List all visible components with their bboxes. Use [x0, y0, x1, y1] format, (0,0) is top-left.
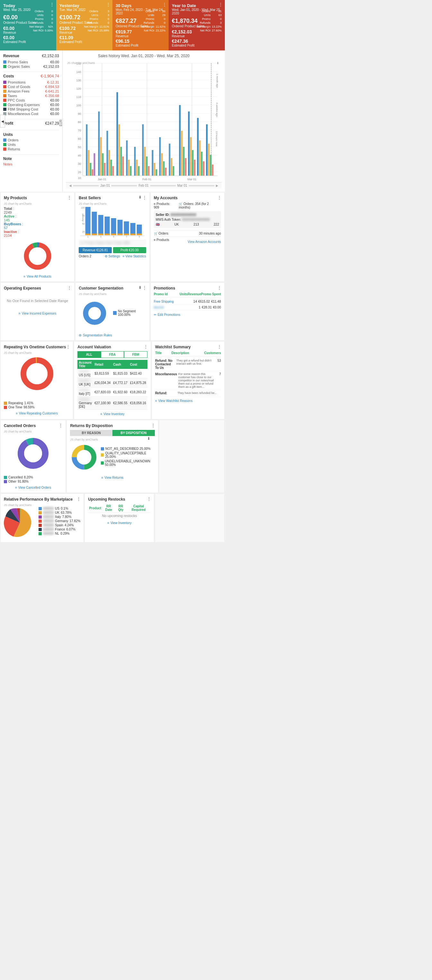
rp-spain-label: Spain — [55, 523, 63, 527]
returns-tab-disposition[interactable]: BY DISPOSITION — [113, 430, 155, 436]
svg-text:Jan 01: Jan 01 — [98, 178, 106, 181]
bs-product-name: 1): Product Name Here Origin AMZ — [79, 240, 146, 246]
today-dots[interactable]: ⋮ — [50, 2, 54, 7]
revenue-value: €2,152.03 — [42, 54, 59, 59]
svg-text:100: 100 — [81, 207, 85, 209]
cancelled-dots[interactable]: ⋮ — [59, 423, 63, 428]
svg-rect-40 — [102, 153, 104, 176]
av-title: Account Valuation — [78, 345, 148, 349]
op-exp-dots[interactable]: ⋮ — [67, 285, 71, 291]
left-arrow[interactable]: ◀ — [0, 115, 5, 127]
watchlist-dots[interactable]: ⋮ — [217, 344, 222, 349]
today-card: ⋮ Today Wed. Mar 25, 2020 €0.00 Ordered … — [0, 0, 56, 51]
thirty-dots[interactable]: ⋮ — [162, 2, 167, 7]
watchlist-panel: Watchlist Summary ⋮ Title Description Cu… — [152, 342, 224, 419]
ytd-dots[interactable]: ⋮ — [218, 2, 223, 7]
returns-tab-reason[interactable]: BY REASON — [70, 430, 113, 436]
operating-expenses-panel: Operating Expenses ⋮ No Oce Found in Sel… — [1, 283, 74, 340]
rp-germany-label: Germany — [55, 519, 68, 523]
rp-dots[interactable]: ⋮ — [76, 496, 81, 501]
view-amazon-accounts-btn[interactable]: View Amazon Accounts — [187, 240, 221, 243]
organic-sales-value: €2,152.03 — [43, 65, 59, 68]
view-inventory-btn[interactable]: ≡ View Inventory — [88, 521, 151, 525]
svg-text:50: 50 — [78, 146, 81, 149]
svg-rect-79 — [199, 140, 201, 176]
av-tab-fbm[interactable]: FBM — [124, 351, 148, 358]
svg-rect-69 — [173, 166, 175, 176]
bs-settings-btn[interactable]: ⚙ Settings — [105, 255, 120, 258]
av-view-inventory-btn[interactable]: ≡ View Inventory — [78, 412, 148, 416]
misc-value: €0.00 — [50, 112, 59, 116]
wl-row-1: Refund: No Contacted To Us They got a re… — [155, 358, 221, 371]
chart-download[interactable]: ⬇ — [216, 61, 219, 65]
thirty-profit-label: Estimated Profit — [116, 44, 165, 47]
promo-col-units: Units — [179, 293, 187, 296]
view-incurred-btn[interactable]: ≡ View Incurred Expenses — [4, 312, 71, 315]
other-label: Other — [8, 480, 16, 483]
best-sellers-panel: Best Sellers ⋮ ⬇ JS chart by amCharts 10… — [75, 192, 149, 282]
view-cancelled-btn[interactable]: ≡ View Cancelled Orders — [4, 486, 62, 489]
best-sellers-download[interactable]: ⬇ — [138, 195, 141, 199]
best-sellers-dots[interactable]: ⋮ — [142, 195, 147, 200]
view-rep-customers-btn[interactable]: ≡ View Repeating Customers — [4, 412, 70, 415]
cog-label: Cost of Goods — [3, 85, 30, 89]
ur-dots[interactable]: ⋮ — [147, 496, 151, 501]
yesterday-dots[interactable]: ⋮ — [106, 2, 111, 7]
svg-text:30: 30 — [78, 162, 81, 165]
av-table: Account Title Retail Cash Cost XXXXX US … — [78, 360, 148, 410]
cancelled-title: Cancelled Orders — [4, 423, 62, 428]
thirty-title: 30 Days — [116, 3, 165, 8]
ytd-title: Year to Date — [172, 3, 222, 8]
rp-us-label: US — [55, 507, 59, 510]
cancelled-label: Cancelled — [8, 476, 22, 479]
seg-rules-btn[interactable]: ⚙ Segmentation Rules — [79, 334, 146, 337]
returns-chart-label: JS chart by amCharts — [70, 438, 154, 441]
bs-profit-btn[interactable]: Profit €20.00 — [113, 247, 146, 253]
view-returns-btn[interactable]: ≡ View Returns — [70, 476, 154, 479]
svg-rect-39 — [100, 137, 102, 176]
ytd-card: ⋮ Year to Date Wed. Jan 01, 2020 - Wed. … — [168, 0, 225, 51]
rp-pie-svg — [4, 507, 36, 539]
promotions-dots[interactable]: ⋮ — [217, 285, 222, 291]
av-tab-fba[interactable]: FBA — [101, 351, 124, 358]
svg-rect-101 — [86, 207, 91, 235]
svg-rect-33 — [86, 124, 88, 176]
customer-seg-dots[interactable]: ⋮ — [142, 285, 147, 291]
time-label-1: 1 month ago — [216, 73, 218, 88]
svg-point-95 — [29, 247, 46, 265]
view-all-products-btn[interactable]: ≡ View All Products — [4, 275, 71, 278]
my-products-dots[interactable]: ⋮ — [67, 195, 71, 200]
svg-rect-53 — [134, 147, 136, 176]
rp-france-pct: 6.07% — [66, 528, 75, 531]
bs-stats-btn[interactable]: ≡ View Statistics — [123, 255, 146, 258]
promo-row-1: Free Shipping 14 €615.02 €11.48 — [154, 299, 221, 305]
total-label: Total — [4, 207, 12, 210]
rp-uk-label: UK — [55, 511, 59, 514]
av-dots[interactable]: ⋮ — [144, 344, 148, 349]
rep-customers-title: Repeating Vs Onetime Customers — [4, 345, 70, 349]
av-tab-all[interactable]: ALL — [78, 351, 101, 358]
edit-promotions-btn[interactable]: ✏ Edit Promotions — [154, 313, 221, 317]
left-sidebar: Revenue €2,152.03 Promo Sales €0.00 Orga… — [0, 51, 63, 192]
ytd-stats-table: Orders61 Units63 Promo0 Refunds3 Net Mar… — [195, 9, 222, 33]
customer-seg-download[interactable]: ⬇ — [138, 285, 141, 290]
bs-orders-label: Orders 2 — [79, 255, 91, 258]
svg-rect-103 — [92, 212, 97, 235]
rep-customers-dots[interactable]: ⋮ — [66, 344, 70, 349]
seg-donut-svg — [79, 296, 111, 331]
account-col1: 213 — [194, 223, 199, 226]
my-products-title: My Products — [4, 196, 71, 200]
returns-dots[interactable]: ⋮ — [151, 423, 156, 428]
view-watchlist-btn[interactable]: ≡ View Watchlist Reasons — [155, 399, 221, 402]
costs-title: Costs — [3, 74, 14, 78]
returns-download[interactable]: ⬇ — [147, 436, 150, 441]
wl-col-desc: Description — [172, 351, 204, 355]
rp-france-label: France — [55, 528, 65, 531]
bs-revenue-btn[interactable]: Revenue €126.81 — [79, 247, 112, 253]
my-accounts-dots[interactable]: ⋮ — [217, 195, 222, 200]
svg-rect-82 — [206, 124, 208, 176]
svg-text:110: 110 — [76, 95, 81, 99]
wl-col-title: Title — [155, 351, 172, 355]
chart-slider[interactable]: ◀ Jan 01 Feb 01 Mar 01 ▶ — [66, 182, 222, 189]
yesterday-title: Yesterday — [59, 3, 109, 8]
